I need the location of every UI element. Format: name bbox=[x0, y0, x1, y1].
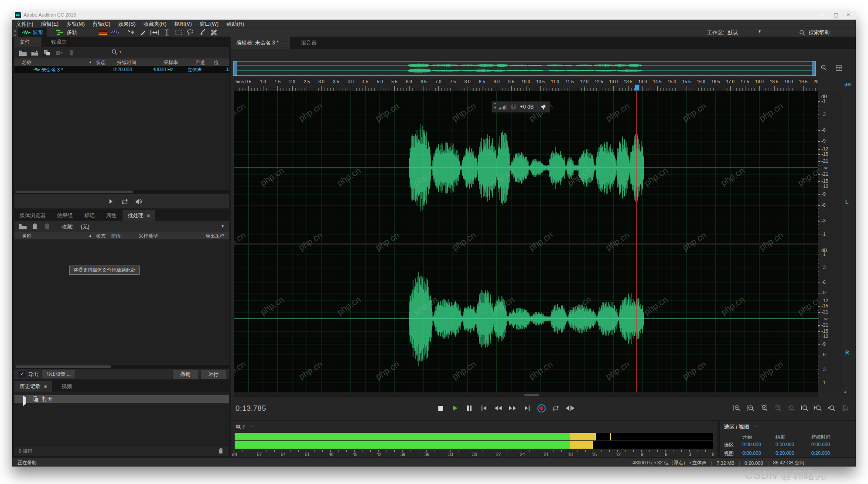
loop-button[interactable] bbox=[550, 403, 561, 413]
panel-menu-icon[interactable]: ≡ bbox=[251, 424, 253, 429]
auto-play-speaker-icon[interactable] bbox=[134, 198, 144, 205]
tab-批处理[interactable]: 批处理≡ bbox=[123, 210, 155, 221]
scale-scroll-up-icon[interactable]: ▲ bbox=[844, 390, 847, 394]
volume-hud[interactable]: +0 dB bbox=[492, 101, 550, 112]
batch-hscrollbar[interactable] bbox=[14, 365, 229, 368]
search-help[interactable]: 搜索帮助 bbox=[799, 29, 830, 36]
open-folder-icon[interactable] bbox=[18, 222, 27, 230]
menu-item[interactable]: 窗口(W) bbox=[196, 20, 222, 28]
tab-mixer[interactable]: 混音器 bbox=[296, 37, 322, 49]
zoom-in-horizontal-button[interactable] bbox=[759, 403, 769, 413]
column-header-4[interactable]: 声道 bbox=[195, 59, 205, 66]
column-header-2[interactable]: 持续时间 bbox=[117, 59, 136, 66]
tab-history[interactable]: 历史记录≡ bbox=[14, 381, 52, 392]
sort-asc-icon[interactable]: ▲ bbox=[89, 60, 92, 64]
close-button[interactable]: × bbox=[843, 12, 854, 18]
chevron-down-icon[interactable]: ▼ bbox=[221, 224, 225, 228]
zoom-in-vertical-button[interactable] bbox=[732, 403, 742, 413]
open-folder-icon[interactable] bbox=[18, 49, 27, 57]
maximize-button[interactable]: ▢ bbox=[830, 12, 842, 18]
pin-icon[interactable] bbox=[540, 104, 546, 110]
file-row[interactable]: 未命名 3 * 0:20.000 48000 Hz 立体声 32 bbox=[14, 66, 229, 73]
batch-column-header[interactable]: 名称▲状态阶段采样类型导出采样 bbox=[14, 232, 229, 239]
spectral-pitch-icon[interactable] bbox=[110, 29, 120, 36]
rewind-button[interactable] bbox=[493, 403, 503, 413]
column-header-5[interactable]: 位 bbox=[214, 59, 219, 66]
time-selection-tool-icon[interactable] bbox=[150, 29, 160, 36]
new-content-icon[interactable] bbox=[42, 49, 52, 57]
column-header-0[interactable]: 名称 bbox=[22, 59, 31, 66]
files-hscrollbar[interactable] bbox=[14, 190, 229, 194]
zoom-out-vertical-button[interactable] bbox=[745, 403, 756, 413]
tab-属性[interactable]: 属性 bbox=[101, 210, 122, 221]
insert-into-multitrack-icon[interactable] bbox=[55, 49, 64, 57]
menu-item[interactable]: 帮助(H) bbox=[222, 20, 248, 28]
panel-menu-icon[interactable]: ≡ bbox=[282, 40, 285, 45]
paintbrush-tool-icon[interactable] bbox=[197, 29, 207, 36]
minimize-button[interactable]: – bbox=[817, 12, 829, 18]
undo-button[interactable]: 撤销 bbox=[172, 370, 198, 379]
rectangle-selection-tool-icon[interactable] bbox=[174, 29, 183, 36]
menu-item[interactable]: 多轨(M) bbox=[62, 20, 89, 28]
export-settings-button[interactable]: 导出设置 ... bbox=[41, 370, 75, 379]
time-display[interactable]: 0:13.785 bbox=[236, 404, 266, 413]
trash-icon[interactable] bbox=[30, 222, 40, 230]
zoom-out-horizontal-button[interactable] bbox=[772, 403, 783, 413]
panel-menu-icon[interactable]: ≡ bbox=[754, 424, 757, 429]
selection-value[interactable]: 0:00.000 bbox=[742, 450, 761, 456]
toolbar-grip[interactable] bbox=[14, 29, 16, 36]
tab-files[interactable]: 文件≡ bbox=[14, 37, 41, 47]
marquee-selection-tool-icon[interactable] bbox=[162, 29, 171, 36]
sort-asc-icon[interactable]: ▲ bbox=[89, 234, 92, 238]
fast-forward-button[interactable] bbox=[507, 403, 518, 413]
hud-grip[interactable] bbox=[494, 103, 496, 110]
waveform-hscrollbar[interactable] bbox=[234, 393, 818, 397]
column-header-0[interactable]: 名称 bbox=[22, 233, 31, 239]
menu-item[interactable]: 剪辑(C) bbox=[89, 20, 114, 28]
panel-layout-icon[interactable] bbox=[834, 64, 844, 72]
channel-left-label[interactable]: L bbox=[845, 199, 848, 205]
selection-value[interactable]: 0:00.000 bbox=[776, 442, 794, 447]
tab-标记[interactable]: 标记 bbox=[79, 210, 100, 221]
column-header-1[interactable]: 状态 bbox=[96, 59, 106, 66]
timeline-ruler[interactable]: hms 0.51.01.52.02.53.03.54.04.55.05.56.0… bbox=[234, 78, 818, 91]
hud-knob-icon[interactable] bbox=[510, 103, 517, 110]
column-header-3[interactable]: 采样类型 bbox=[139, 233, 158, 239]
selection-value[interactable]: 0:00.000 bbox=[811, 442, 830, 447]
import-file-icon[interactable] bbox=[30, 49, 40, 57]
column-header-4[interactable]: 导出采样 bbox=[205, 233, 225, 239]
lasso-tool-icon[interactable] bbox=[185, 29, 195, 36]
zoom-selection-button[interactable] bbox=[827, 403, 837, 413]
column-header-1[interactable]: 状态 bbox=[96, 233, 106, 239]
trash-all-icon[interactable] bbox=[42, 222, 52, 230]
export-checkbox[interactable]: ✓ bbox=[19, 371, 25, 377]
tab-video[interactable]: 视频 bbox=[56, 381, 77, 392]
channel-right-label[interactable]: R bbox=[845, 350, 849, 356]
hud-gain-value[interactable]: +0 dB bbox=[520, 104, 534, 110]
panel-menu-icon[interactable]: ≡ bbox=[34, 39, 36, 44]
selection-value[interactable]: 0:00.000 bbox=[742, 442, 761, 447]
panel-menu-icon[interactable]: ≡ bbox=[44, 384, 47, 389]
trash-icon[interactable] bbox=[67, 49, 76, 57]
record-button[interactable] bbox=[536, 403, 547, 413]
files-search[interactable]: ▼ bbox=[111, 49, 122, 55]
playhead-handle[interactable] bbox=[635, 85, 639, 91]
zoom-out-point-button[interactable] bbox=[813, 403, 824, 413]
play-button[interactable] bbox=[450, 403, 460, 413]
history-item[interactable]: 打开 bbox=[14, 395, 229, 403]
skip-start-button[interactable] bbox=[478, 403, 489, 413]
waveform-view-button[interactable]: 波形 bbox=[18, 28, 47, 37]
preview-play-icon[interactable] bbox=[106, 198, 116, 205]
pause-button[interactable] bbox=[464, 403, 475, 413]
navigator-right-handle[interactable] bbox=[812, 61, 815, 75]
spectral-frequency-icon[interactable] bbox=[98, 29, 107, 36]
zoom-full-button[interactable] bbox=[840, 403, 851, 413]
menu-item[interactable]: 效果(S) bbox=[114, 20, 140, 28]
navigator-left-handle[interactable] bbox=[234, 61, 237, 75]
selection-value[interactable]: 0:20.000 bbox=[811, 450, 830, 456]
tab-favorites[interactable]: 收藏夹 bbox=[46, 37, 72, 47]
skip-end-button[interactable] bbox=[522, 403, 532, 413]
tab-效果组[interactable]: 效果组 bbox=[52, 210, 78, 221]
spot-healing-brush-tool-icon[interactable] bbox=[209, 29, 219, 36]
multitrack-view-button[interactable]: 多轨 bbox=[52, 28, 81, 37]
